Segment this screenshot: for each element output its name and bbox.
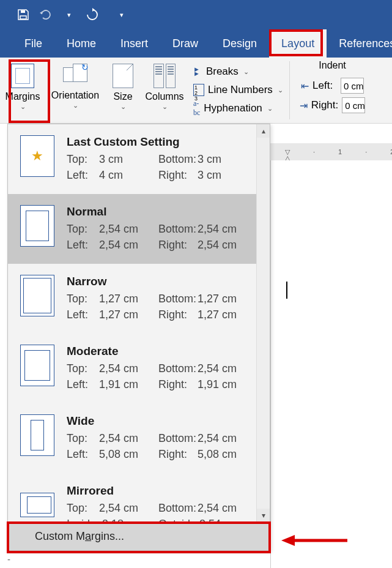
group-separator [289,61,290,119]
undo-more-icon[interactable]: ▾ [67,11,71,19]
redo-icon[interactable] [86,8,99,21]
preset-row-left-right: Left: 1,91 cmRight:1,91 cm [67,376,262,392]
indent-group: Indent ⇤ Left: ⇥ Right: [294,58,368,123]
custom-margins-accel: a [85,530,91,542]
document-canvas[interactable] [270,160,392,568]
preset-icon [20,345,54,386]
preset-row-top-bottom: Top: 2,54 cmBottom:2,54 cm [67,500,262,516]
orientation-icon: ↻ [63,64,87,87]
breaks-button[interactable]: ►► Breaks ⌄ [193,62,249,81]
chevron-down-icon: ⌄ [120,103,126,111]
margins-button[interactable]: Margins ⌄ [2,62,43,111]
ribbon-layout: Margins ⌄ ↻ Orientation ⌄ Size ⌄ Columns… [0,58,392,124]
preset-row-top-bottom: Top: 1,27 cmBottom:1,27 cm [67,291,262,307]
indent-right-label: Right: [311,99,338,111]
breaks-label: Breaks [206,65,239,78]
preset-icon [20,135,54,177]
text-cursor [286,282,287,299]
preset-title: Normal [67,205,262,219]
indent-left-icon: ⇤ [301,80,309,92]
scroll-down-icon[interactable]: ▾ [257,509,270,522]
ruler-tick: 1 [338,148,342,155]
ribbon-tabs: File Home Insert Draw Design Layout Refe… [0,29,392,58]
indent-left-field[interactable] [341,78,364,94]
margins-icon [11,64,34,88]
line-numbers-button[interactable]: 123 Line Numbers ⌄ [193,81,283,99]
indent-title: Indent [315,60,346,71]
columns-button[interactable]: Columns ⌄ [143,62,186,111]
hyphenation-icon: a-bc [193,99,200,118]
size-label: Size [113,92,132,102]
indent-right-icon: ⇥ [300,100,308,111]
preset-row-left-right: Inside: 3,18 cmOutside:2,54 cm [67,516,262,522]
chevron-down-icon: ⌄ [162,103,168,111]
line-numbers-icon: 123 [193,84,204,96]
custom-margins-text-post: rgins... [91,530,124,542]
tab-draw[interactable]: Draw [160,29,210,58]
custom-margins-text-pre: Custom M [35,530,85,542]
preset-row-left-right: Left: 5,08 cmRight:5,08 cm [67,446,262,462]
scroll-remnant: -- [7,554,10,568]
preset-title: Narrow [67,275,262,288]
margins-preset-list: Last Custom SettingTop: 3 cmBottom:3 cmL… [8,124,270,522]
custom-margins-button[interactable]: Custom Margins... [8,522,270,550]
preset-title: Last Custom Setting [67,135,262,149]
size-icon [113,64,133,88]
svg-rect-1 [21,10,25,13]
margins-dropdown: Last Custom SettingTop: 3 cmBottom:3 cmL… [7,124,270,551]
hyphenation-label: Hyphenation [204,102,262,114]
margins-preset-wide[interactable]: WideTop: 2,54 cmBottom:2,54 cmLeft: 5,08… [8,403,270,473]
chevron-down-icon: ⌄ [278,86,283,94]
preset-icon [20,205,54,247]
preset-title: Mirrored [67,484,262,498]
indent-left-label: Left: [312,80,337,92]
preset-row-left-right: Left: 4 cmRight:3 cm [67,167,262,183]
columns-icon [153,64,176,88]
preset-icon [20,414,54,456]
margins-preset-mirrored[interactable]: MirroredTop: 2,54 cmBottom:2,54 cmInside… [8,473,270,522]
margins-preset-last-custom-setting[interactable]: Last Custom SettingTop: 3 cmBottom:3 cmL… [8,124,270,194]
svg-rect-0 [20,16,26,19]
breaks-icon: ►► [193,67,200,76]
preset-row-top-bottom: Top: 3 cmBottom:3 cm [67,151,262,167]
tab-insert[interactable]: Insert [108,29,160,58]
quick-access-toolbar: ▾ ▾ [0,0,392,29]
size-button[interactable]: Size ⌄ [108,62,138,111]
tab-design[interactable]: Design [210,29,269,58]
tab-references[interactable]: References [327,29,392,58]
preset-title: Moderate [67,345,262,358]
margins-label: Margins [6,92,40,102]
preset-row-top-bottom: Top: 2,54 cmBottom:2,54 cm [67,361,262,376]
ruler[interactable]: ▽△ · 1 · 2 · [270,143,392,160]
tab-home[interactable]: Home [54,29,108,58]
save-icon[interactable] [17,9,29,21]
undo-icon[interactable] [39,9,53,20]
preset-icon [20,275,54,316]
chevron-down-icon: ⌄ [267,105,273,113]
margins-preset-moderate[interactable]: ModerateTop: 2,54 cmBottom:2,54 cmLeft: … [8,334,270,403]
columns-label: Columns [145,92,183,102]
preset-row-top-bottom: Top: 2,54 cmBottom:2,54 cm [67,221,262,237]
preset-row-left-right: Left: 1,27 cmRight:1,27 cm [67,307,262,323]
line-numbers-label: Line Numbers [208,84,273,96]
tab-file[interactable]: File [12,29,54,58]
preset-row-top-bottom: Top: 2,54 cmBottom:2,54 cm [67,430,262,446]
orientation-button[interactable]: ↻ Orientation ⌄ [48,62,103,110]
hyphenation-button[interactable]: a-bc Hyphenation ⌄ [193,99,273,118]
orientation-label: Orientation [51,91,99,100]
chevron-down-icon: ⌄ [20,103,26,111]
margins-preset-normal[interactable]: NormalTop: 2,54 cmBottom:2,54 cmLeft: 2,… [8,194,270,264]
chevron-down-icon: ⌄ [243,68,249,76]
preset-title: Wide [67,414,262,428]
qat-customize-icon[interactable]: ▾ [120,11,124,19]
indent-right-field[interactable] [342,97,365,113]
chevron-down-icon: ⌄ [73,102,78,110]
preset-row-left-right: Left: 2,54 cmRight:2,54 cm [67,237,262,253]
preset-icon [20,493,54,517]
scroll-up-icon[interactable]: ▴ [257,124,270,138]
scrollbar[interactable]: ▴ ▾ [256,124,270,522]
margins-preset-narrow[interactable]: NarrowTop: 1,27 cmBottom:1,27 cmLeft: 1,… [8,264,270,334]
tab-layout[interactable]: Layout [269,29,327,58]
